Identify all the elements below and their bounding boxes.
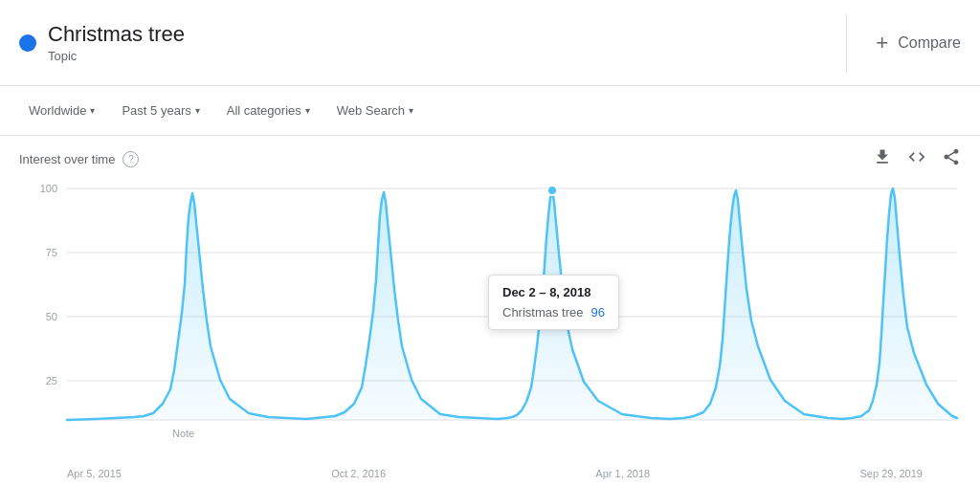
location-chevron-icon: ▾: [90, 105, 95, 116]
topic-title: Christmas tree: [48, 22, 185, 47]
compare-label: Compare: [898, 34, 961, 52]
chart-header: Interest over time ?: [19, 147, 961, 171]
svg-text:100: 100: [40, 183, 57, 194]
x-label-1: Oct 2, 2016: [331, 468, 386, 479]
embed-icon[interactable]: [907, 147, 926, 171]
chart-actions: [873, 147, 961, 171]
search-type-label: Web Search: [337, 103, 405, 118]
topic-info: Christmas tree Topic: [48, 22, 185, 63]
search-type-filter[interactable]: Web Search ▾: [327, 98, 423, 123]
category-label: All categories: [227, 103, 301, 118]
chart-section: Interest over time ? 100 75 50: [0, 136, 980, 479]
search-type-chevron-icon: ▾: [409, 105, 413, 116]
tooltip-row: Christmas tree 96: [502, 305, 605, 320]
location-label: Worldwide: [29, 103, 86, 118]
svg-text:75: 75: [46, 247, 57, 258]
x-axis: Apr 5, 2015 Oct 2, 2016 Apr 1, 2018 Sep …: [19, 468, 961, 479]
header-divider: [846, 14, 847, 72]
svg-text:25: 25: [46, 375, 57, 386]
svg-text:50: 50: [46, 311, 57, 322]
x-label-0: Apr 5, 2015: [67, 468, 122, 479]
download-icon[interactable]: [873, 147, 892, 171]
topic-dot: [19, 34, 36, 52]
time-filter[interactable]: Past 5 years ▾: [112, 98, 209, 123]
note-label: Note: [172, 428, 194, 439]
filters-bar: Worldwide ▾ Past 5 years ▾ All categorie…: [0, 86, 980, 136]
location-filter[interactable]: Worldwide ▾: [19, 98, 104, 123]
tooltip-term: Christmas tree: [502, 305, 584, 320]
tooltip-date: Dec 2 – 8, 2018: [502, 285, 605, 299]
tooltip-value: 96: [591, 305, 605, 320]
header: Christmas tree Topic + Compare: [0, 0, 980, 86]
topic-section: Christmas tree Topic: [19, 22, 817, 63]
chart-title-row: Interest over time ?: [19, 151, 139, 167]
topic-subtitle: Topic: [48, 49, 185, 63]
compare-plus-icon: +: [876, 31, 888, 55]
compare-section[interactable]: + Compare: [876, 31, 961, 55]
tooltip-dot: [547, 186, 557, 195]
category-filter[interactable]: All categories ▾: [217, 98, 320, 123]
time-chevron-icon: ▾: [195, 105, 200, 116]
chart-title: Interest over time: [19, 152, 115, 166]
x-label-3: Sep 29, 2019: [860, 468, 923, 479]
time-label: Past 5 years: [122, 103, 190, 118]
category-chevron-icon: ▾: [305, 105, 310, 116]
chart-container: 100 75 50 25 Dec 2 – 8, 2018: [19, 179, 961, 466]
chart-tooltip: Dec 2 – 8, 2018 Christmas tree 96: [488, 275, 619, 330]
help-icon[interactable]: ?: [122, 151, 139, 167]
share-icon[interactable]: [942, 147, 961, 171]
x-label-2: Apr 1, 2018: [595, 468, 650, 479]
